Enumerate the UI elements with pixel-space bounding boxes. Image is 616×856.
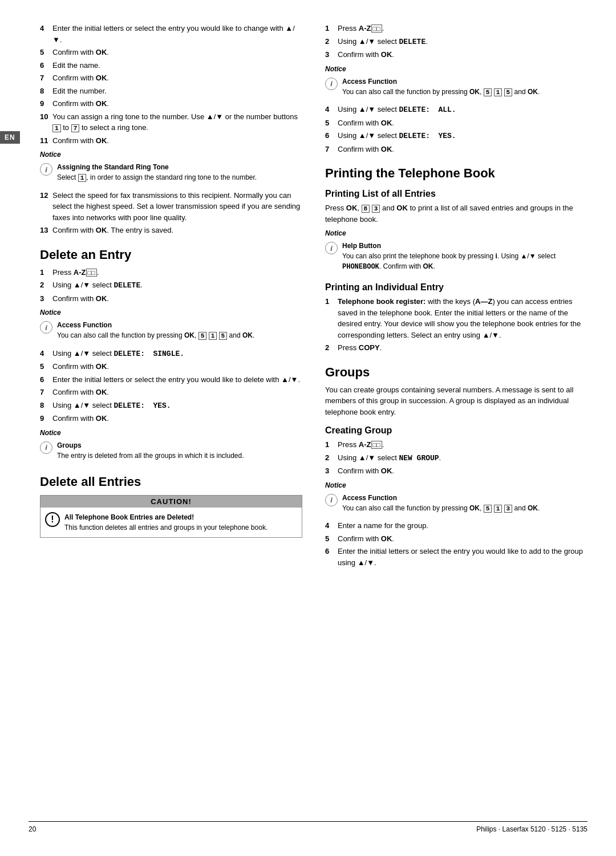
del-step-5: 5 Confirm with OK. — [40, 361, 302, 372]
creating-group-heading: Creating Group — [325, 425, 587, 436]
printing-heading: Printing the Telephone Book — [325, 166, 587, 181]
product-name: Philips · Laserfax 5120 · 5125 · 5135 — [476, 825, 587, 833]
creating-group-steps1: 1 Press A-Z□□. 2 Using ▲/▼ select NEW GR… — [325, 439, 587, 477]
step-7: 7 Confirm with OK. — [40, 72, 302, 84]
del-step-4: 4 Using ▲/▼ select DELETE: SINGLE. — [40, 348, 302, 360]
da-step-4: 4 Using ▲/▼ select DELETE: ALL. — [325, 104, 587, 116]
delete-entry-steps2: 4 Using ▲/▼ select DELETE: SINGLE. 5 Con… — [40, 348, 302, 424]
groups-heading: Groups — [325, 365, 587, 380]
step-5: 5 Confirm with OK. — [40, 47, 302, 58]
caution-box: CAUTION! ! All Telephone Book Entries ar… — [40, 495, 302, 538]
footer: 20 Philips · Laserfax 5120 · 5125 · 5135 — [29, 821, 587, 833]
step-9: 9 Confirm with OK. — [40, 98, 302, 109]
left-column: 4 Enter the initial letters or select th… — [29, 23, 302, 810]
info-icon-3: i — [40, 441, 52, 454]
info-icon-6: i — [325, 494, 338, 506]
info-icon: i — [40, 163, 52, 176]
da-step-6: 6 Using ▲/▼ select DELETE: YES. — [325, 130, 587, 142]
step-12: 12 Select the speed for fax transmission… — [40, 190, 302, 224]
caution-icon: ! — [45, 512, 60, 527]
creating-group-steps2: 4 Enter a name for the group. 5 Confirm … — [325, 520, 587, 568]
intro-steps-left: 4 Enter the initial letters or select th… — [40, 23, 302, 146]
notice-ring-tone: Notice i Assigning the Standard Ring Ton… — [40, 151, 302, 185]
delete-all-steps: 4 Using ▲/▼ select DELETE: ALL. 5 Confir… — [325, 104, 587, 155]
pi-step-2: 2 Press COPY. — [325, 342, 587, 354]
caution-title: All Telephone Book Entries are Deleted! — [64, 513, 194, 521]
r-step-3: 3 Confirm with OK. — [325, 49, 587, 60]
cg-step-1: 1 Press A-Z□□. — [325, 439, 587, 451]
del-step-9: 9 Confirm with OK. — [40, 413, 302, 424]
step-13: 13 Confirm with OK. The entry is saved. — [40, 225, 302, 236]
r-step-1: 1 Press A-Z□□. — [325, 23, 587, 34]
page-number: 20 — [29, 825, 36, 833]
pi-step-1: 1 Telephone book register: with the keys… — [325, 296, 587, 340]
info-icon-4: i — [325, 78, 338, 90]
printing-section: Printing the Telephone Book Printing Lis… — [325, 166, 587, 354]
right-column: 1 Press A-Z□□. 2 Using ▲/▼ select DELETE… — [325, 23, 587, 810]
cg-step-6: 6 Enter the initial letters or select th… — [325, 546, 587, 568]
notice-access-function-left: Notice i Access Function You can also ca… — [40, 309, 302, 343]
del-step-6: 6 Enter the initial letters or select th… — [40, 374, 302, 386]
print-list-text: Press OK, 8 3 and OK to print a list of … — [325, 202, 587, 225]
del-step-8: 8 Using ▲/▼ select DELETE: YES. — [40, 400, 302, 412]
groups-section: Groups You can create groups containing … — [325, 365, 587, 569]
delete-all-entries-section: Delete all Entries CAUTION! ! All Teleph… — [40, 474, 302, 538]
cg-step-2: 2 Using ▲/▼ select NEW GROUP. — [325, 452, 587, 464]
info-icon-2: i — [40, 321, 52, 334]
en-badge: EN — [0, 131, 20, 144]
notice-help-button: Notice i Help Button You can also print … — [325, 229, 587, 274]
cg-step-4: 4 Enter a name for the group. — [325, 520, 587, 532]
step-8: 8 Edit the number. — [40, 86, 302, 97]
info-icon-5: i — [325, 242, 338, 254]
step-10: 10 You can assign a ring tone to the num… — [40, 111, 302, 133]
caution-body-text: This function deletes all entries and gr… — [64, 524, 268, 532]
notice-access-creating-group: Notice i Access Function You can also ca… — [325, 481, 587, 516]
del-step-7: 7 Confirm with OK. — [40, 387, 302, 398]
page: EN 4 Enter the initial letters or select… — [0, 0, 616, 856]
step-6: 6 Edit the name. — [40, 60, 302, 71]
notice-access-right-top: Notice i Access Function You can also ca… — [325, 65, 587, 100]
delete-entry-steps1: 1 Press A-Z□□. 2 Using ▲/▼ select DELETE… — [40, 267, 302, 305]
groups-text: You can create groups containing several… — [325, 384, 587, 418]
delete-entry-heading: Delete an Entry — [40, 248, 302, 262]
del-step-2: 2 Using ▲/▼ select DELETE. — [40, 279, 302, 291]
da-step-5: 5 Confirm with OK. — [325, 117, 587, 129]
print-individual-heading: Printing an Individual Entry — [325, 282, 587, 293]
print-individual-steps: 1 Telephone book register: with the keys… — [325, 296, 587, 354]
cg-step-3: 3 Confirm with OK. — [325, 465, 587, 477]
delete-entry-section: Delete an Entry 1 Press A-Z□□. 2 Using ▲… — [40, 248, 302, 463]
del-step-1: 1 Press A-Z□□. — [40, 267, 302, 278]
step-4: 4 Enter the initial letters or select th… — [40, 23, 302, 45]
r-step-2: 2 Using ▲/▼ select DELETE. — [325, 36, 587, 48]
delete-all-heading: Delete all Entries — [40, 474, 302, 489]
del-step-3: 3 Confirm with OK. — [40, 293, 302, 305]
cg-step-5: 5 Confirm with OK. — [325, 533, 587, 545]
intro-steps-right: 1 Press A-Z□□. 2 Using ▲/▼ select DELETE… — [325, 23, 587, 60]
notice-groups: Notice i Groups The entry is deleted fro… — [40, 429, 302, 463]
print-list-heading: Printing List of all Entries — [325, 189, 587, 199]
step-11: 11 Confirm with OK. — [40, 135, 302, 147]
da-step-7: 7 Confirm with OK. — [325, 144, 587, 155]
caution-header: CAUTION! — [40, 496, 302, 508]
steps-12-13: 12 Select the speed for fax transmission… — [40, 190, 302, 236]
